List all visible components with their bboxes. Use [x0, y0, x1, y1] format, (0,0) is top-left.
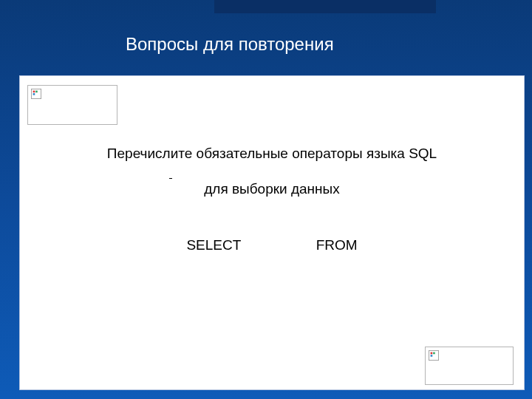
question-line-2: для выборки данных [20, 181, 524, 197]
svg-rect-2 [35, 91, 38, 93]
broken-image-icon [31, 89, 41, 99]
slide-background: Вопросы для повторения Перечислите обяза… [0, 0, 532, 399]
svg-rect-5 [431, 352, 433, 355]
svg-rect-1 [33, 91, 35, 93]
svg-rect-7 [431, 355, 433, 357]
content-area: Перечислите обязательные операторы языка… [19, 75, 525, 390]
answer-select: SELECT [186, 237, 241, 253]
svg-rect-3 [33, 93, 35, 95]
broken-image-icon [429, 350, 439, 361]
image-placeholder-bottom [425, 347, 514, 385]
decorative-dot [169, 178, 172, 179]
answers-row: SELECT FROM [20, 237, 524, 253]
answer-from: FROM [316, 237, 358, 253]
svg-rect-4 [429, 350, 438, 360]
svg-rect-0 [31, 89, 41, 98]
title-bar: Вопросы для повторения [0, 13, 532, 75]
question-line-1: Перечислите обязательные операторы языка… [20, 146, 524, 162]
slide-title: Вопросы для повторения [126, 34, 334, 55]
svg-rect-6 [433, 352, 435, 355]
top-accent-shape [214, 0, 436, 13]
image-placeholder-top [27, 85, 117, 125]
